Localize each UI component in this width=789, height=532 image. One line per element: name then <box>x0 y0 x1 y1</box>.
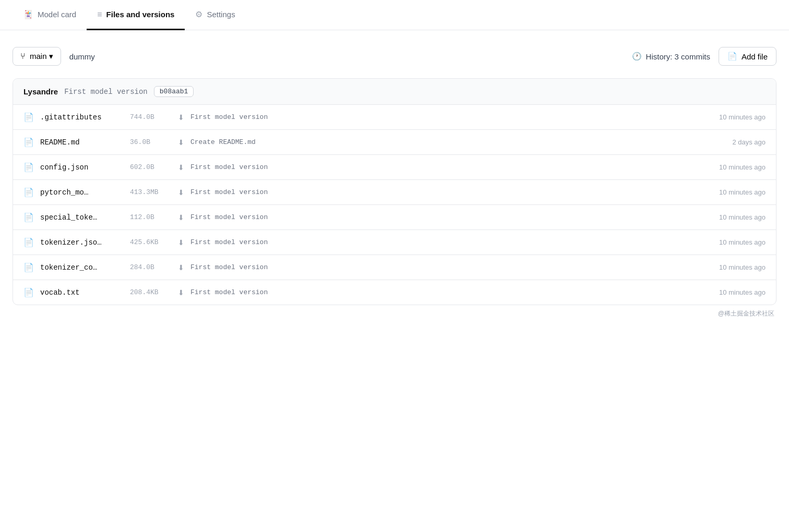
tab-model-card-label: Model card <box>38 10 76 19</box>
file-time: 10 minutes ago <box>719 213 766 221</box>
file-icon: 📄 <box>23 212 34 222</box>
file-commit: Create README.md <box>190 138 726 146</box>
tab-model-card[interactable]: 🃏 Model card <box>13 0 87 30</box>
file-icon: 📄 <box>23 287 34 297</box>
file-size: 744.0B <box>130 113 172 121</box>
clock-icon: 🕐 <box>632 52 642 61</box>
file-time: 10 minutes ago <box>719 238 766 246</box>
file-time: 10 minutes ago <box>719 163 766 171</box>
file-icon: 📄 <box>23 187 34 197</box>
table-row[interactable]: 📄 README.md 36.0B ⬇ Create README.md 2 d… <box>13 130 776 155</box>
file-icon: 📄 <box>23 137 34 147</box>
file-name: tokenizer_co… <box>40 263 124 272</box>
file-time: 10 minutes ago <box>719 288 766 296</box>
download-icon[interactable]: ⬇ <box>178 288 184 297</box>
file-icon: 📄 <box>23 112 34 122</box>
file-name: vocab.txt <box>40 288 124 297</box>
download-icon[interactable]: ⬇ <box>178 263 184 272</box>
commit-header: Lysandre First model version b08aab1 <box>13 79 776 105</box>
main-content: ⑂ main ▾ dummy 🕐 History: 3 commits 📄 Ad… <box>0 30 789 335</box>
file-name: pytorch_mo… <box>40 188 124 197</box>
file-commit: First model version <box>190 288 713 296</box>
file-commit: First model version <box>190 163 713 171</box>
file-size: 112.0B <box>130 213 172 221</box>
download-icon[interactable]: ⬇ <box>178 213 184 222</box>
branch-name: main ▾ <box>30 52 53 61</box>
file-name: README.md <box>40 138 124 147</box>
file-commit: First model version <box>190 263 713 271</box>
file-time: 10 minutes ago <box>719 113 766 121</box>
watermark: @稀土掘金技术社区 <box>13 305 776 322</box>
file-commit: First model version <box>190 188 713 196</box>
tab-files-versions[interactable]: ≡ Files and versions <box>87 1 185 30</box>
file-time: 2 days ago <box>732 138 766 146</box>
table-row[interactable]: 📄 special_toke… 112.0B ⬇ First model ver… <box>13 205 776 230</box>
download-icon[interactable]: ⬇ <box>178 163 184 172</box>
file-size: 425.6KB <box>130 238 172 246</box>
table-row[interactable]: 📄 pytorch_mo… 413.3MB ⬇ First model vers… <box>13 180 776 205</box>
tab-files-versions-label: Files and versions <box>106 10 175 19</box>
history-label: History: 3 commits <box>646 52 710 61</box>
table-row[interactable]: 📄 tokenizer.jso… 425.6KB ⬇ First model v… <box>13 230 776 255</box>
add-file-label: Add file <box>742 52 768 61</box>
branch-selector[interactable]: ⑂ main ▾ <box>13 47 61 66</box>
tab-settings[interactable]: ⚙ Settings <box>185 0 245 30</box>
file-commit: First model version <box>190 213 713 221</box>
files-table: Lysandre First model version b08aab1 📄 .… <box>13 78 776 305</box>
file-size: 602.0B <box>130 163 172 171</box>
file-name: .gitattributes <box>40 113 124 122</box>
file-plus-icon: 📄 <box>727 52 737 61</box>
file-commit: First model version <box>190 113 713 121</box>
file-size: 413.3MB <box>130 188 172 196</box>
download-icon[interactable]: ⬇ <box>178 138 184 147</box>
files-icon: ≡ <box>97 10 102 19</box>
commit-hash[interactable]: b08aab1 <box>154 86 194 97</box>
branch-bar: ⑂ main ▾ dummy 🕐 History: 3 commits 📄 Ad… <box>13 47 776 66</box>
file-size: 208.4KB <box>130 288 172 296</box>
file-name: special_toke… <box>40 213 124 222</box>
branch-path: dummy <box>69 52 95 61</box>
file-commit: First model version <box>190 238 713 246</box>
commit-message: First model version <box>64 88 148 96</box>
commit-author: Lysandre <box>23 87 58 96</box>
file-name: config.json <box>40 163 124 172</box>
nav-tabs: 🃏 Model card ≡ Files and versions ⚙ Sett… <box>0 0 789 30</box>
table-row[interactable]: 📄 vocab.txt 208.4KB ⬇ First model versio… <box>13 280 776 305</box>
branch-left: ⑂ main ▾ dummy <box>13 47 95 66</box>
file-time: 10 minutes ago <box>719 188 766 196</box>
file-icon: 📄 <box>23 162 34 172</box>
history-link[interactable]: 🕐 History: 3 commits <box>632 52 710 61</box>
file-time: 10 minutes ago <box>719 263 766 271</box>
settings-icon: ⚙ <box>195 9 202 19</box>
add-file-button[interactable]: 📄 Add file <box>719 47 776 66</box>
file-size: 36.0B <box>130 138 172 146</box>
tab-settings-label: Settings <box>207 10 235 19</box>
download-icon[interactable]: ⬇ <box>178 188 184 197</box>
file-icon: 📄 <box>23 237 34 247</box>
download-icon[interactable]: ⬇ <box>178 238 184 247</box>
branch-fork-icon: ⑂ <box>20 52 26 61</box>
file-size: 284.0B <box>130 263 172 271</box>
table-row[interactable]: 📄 tokenizer_co… 284.0B ⬇ First model ver… <box>13 255 776 280</box>
file-icon: 📄 <box>23 262 34 272</box>
table-row[interactable]: 📄 config.json 602.0B ⬇ First model versi… <box>13 155 776 180</box>
model-card-icon: 🃏 <box>23 9 33 19</box>
file-name: tokenizer.jso… <box>40 238 124 247</box>
table-row[interactable]: 📄 .gitattributes 744.0B ⬇ First model ve… <box>13 105 776 130</box>
branch-right: 🕐 History: 3 commits 📄 Add file <box>632 47 776 66</box>
download-icon[interactable]: ⬇ <box>178 113 184 122</box>
